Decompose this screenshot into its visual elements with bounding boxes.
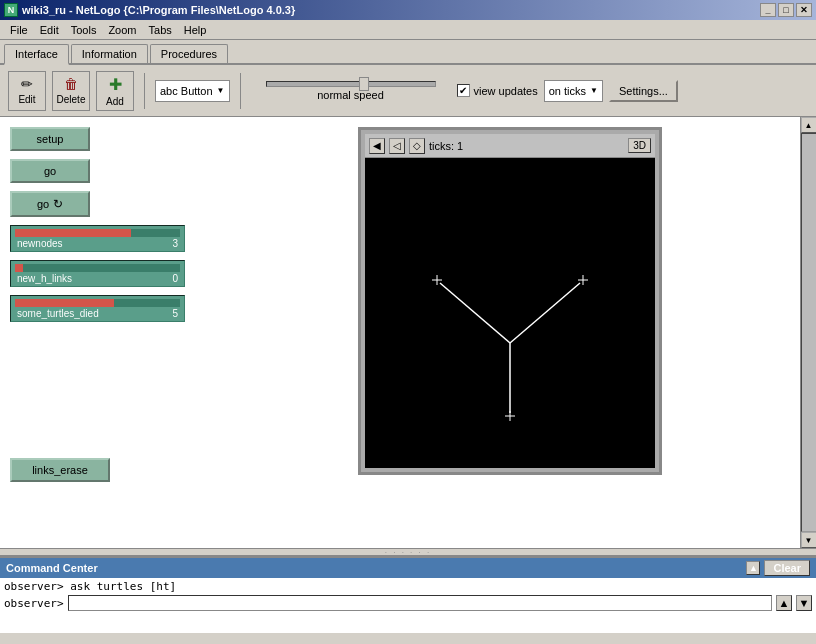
- scroll-down-button[interactable]: ▼: [801, 532, 817, 548]
- toolbar: ✏ Edit 🗑 Delete ✚ Add abc Button ▼ norma…: [0, 65, 816, 117]
- repeat-icon: ↻: [53, 197, 63, 211]
- menu-edit[interactable]: Edit: [34, 22, 65, 38]
- menu-tools[interactable]: Tools: [65, 22, 103, 38]
- newnodes-fill: [15, 229, 131, 237]
- newnodes-bar: [15, 229, 180, 237]
- speed-slider[interactable]: [266, 81, 436, 87]
- go-button[interactable]: go: [10, 159, 90, 183]
- new-h-links-slider[interactable]: new_h_links 0: [10, 260, 185, 287]
- command-content: observer> ask turtles [ht] observer> ▲ ▼: [0, 578, 816, 633]
- menu-help[interactable]: Help: [178, 22, 213, 38]
- main-area: setup go go ↻ newnodes 3 new_h_links 0: [0, 117, 816, 548]
- links-erase-button[interactable]: links_erase: [10, 458, 110, 482]
- view-updates-area: ✔ view updates: [457, 84, 538, 97]
- command-scroll-up[interactable]: ▲: [776, 595, 792, 611]
- close-button[interactable]: ✕: [796, 3, 812, 17]
- command-center-expand-button[interactable]: ▲: [746, 561, 760, 575]
- new-h-links-fill: [15, 264, 23, 272]
- right-scrollbar[interactable]: ▲ ▼: [800, 117, 816, 548]
- add-button[interactable]: ✚ Add: [96, 71, 134, 111]
- world-header: ◀ ◁ ◇ ticks: 1 3D: [365, 134, 655, 158]
- speed-thumb[interactable]: [359, 77, 369, 91]
- go-forever-button[interactable]: go ↻: [10, 191, 90, 217]
- some-turtles-died-fill: [15, 299, 114, 307]
- new-h-links-bar: [15, 264, 180, 272]
- world-container: ◀ ◁ ◇ ticks: 1 3D: [358, 127, 662, 475]
- maximize-button[interactable]: □: [778, 3, 794, 17]
- speed-area: normal speed: [251, 81, 451, 101]
- tab-procedures[interactable]: Procedures: [150, 44, 228, 63]
- window-title: wiki3_ru - NetLogo {C:\Program Files\Net…: [22, 4, 295, 16]
- some-turtles-died-bar: [15, 299, 180, 307]
- resize-indicator: · · · · · ·: [385, 548, 431, 557]
- command-scroll-down[interactable]: ▼: [796, 595, 812, 611]
- minimize-button[interactable]: _: [760, 3, 776, 17]
- scroll-up-button[interactable]: ▲: [801, 117, 817, 133]
- some-turtles-died-slider[interactable]: some_turtles_died 5: [10, 295, 185, 322]
- app-icon: N: [4, 3, 18, 17]
- chevron-down-icon: ▼: [217, 86, 225, 95]
- command-input-row: observer> ▲ ▼: [4, 595, 812, 611]
- on-ticks-arrow-icon: ▼: [590, 86, 598, 95]
- edit-icon: ✏: [21, 76, 33, 92]
- svg-line-1: [510, 283, 580, 343]
- menu-zoom[interactable]: Zoom: [102, 22, 142, 38]
- world-canvas: [365, 158, 655, 468]
- tabs-bar: Interface Information Procedures: [0, 40, 816, 65]
- command-prompt: observer>: [4, 597, 64, 610]
- world-shrink-button[interactable]: ◀: [369, 138, 385, 154]
- delete-button[interactable]: 🗑 Delete: [52, 71, 90, 111]
- ticks-display: ticks: 1: [429, 140, 624, 152]
- command-history-line: observer> ask turtles [ht]: [4, 580, 812, 593]
- add-icon: ✚: [109, 75, 122, 94]
- command-center: Command Center ▲ Clear observer> ask tur…: [0, 556, 816, 631]
- clear-button[interactable]: Clear: [764, 560, 810, 576]
- resize-handle[interactable]: · · · · · ·: [0, 548, 816, 556]
- menu-tabs[interactable]: Tabs: [143, 22, 178, 38]
- setup-button[interactable]: setup: [10, 127, 90, 151]
- command-center-title: Command Center: [6, 562, 98, 574]
- toolbar-separator-2: [240, 73, 241, 109]
- on-ticks-dropdown[interactable]: on ticks ▼: [544, 80, 603, 102]
- svg-line-0: [440, 283, 510, 343]
- toolbar-separator-1: [144, 73, 145, 109]
- speed-label: normal speed: [317, 89, 384, 101]
- view-updates-label: view updates: [474, 85, 538, 97]
- 3d-button[interactable]: 3D: [628, 138, 651, 153]
- command-center-header: Command Center ▲ Clear: [0, 558, 816, 578]
- scroll-track[interactable]: [801, 133, 817, 532]
- delete-icon: 🗑: [64, 76, 78, 92]
- tab-interface[interactable]: Interface: [4, 44, 69, 65]
- left-panel: setup go go ↻ newnodes 3 new_h_links 0: [0, 117, 220, 548]
- world-expand-left-button[interactable]: ◁: [389, 138, 405, 154]
- menu-file[interactable]: File: [4, 22, 34, 38]
- command-input[interactable]: [68, 595, 772, 611]
- newnodes-slider[interactable]: newnodes 3: [10, 225, 185, 252]
- tab-information[interactable]: Information: [71, 44, 148, 63]
- menu-bar: File Edit Tools Zoom Tabs Help: [0, 20, 816, 40]
- world-area: ◀ ◁ ◇ ticks: 1 3D: [220, 117, 800, 548]
- edit-button[interactable]: ✏ Edit: [8, 71, 46, 111]
- view-updates-checkbox[interactable]: ✔: [457, 84, 470, 97]
- button-type-dropdown[interactable]: abc Button ▼: [155, 80, 230, 102]
- world-svg: [365, 158, 655, 468]
- settings-button[interactable]: Settings...: [609, 80, 678, 102]
- title-bar: N wiki3_ru - NetLogo {C:\Program Files\N…: [0, 0, 816, 20]
- world-expand-right-button[interactable]: ◇: [409, 138, 425, 154]
